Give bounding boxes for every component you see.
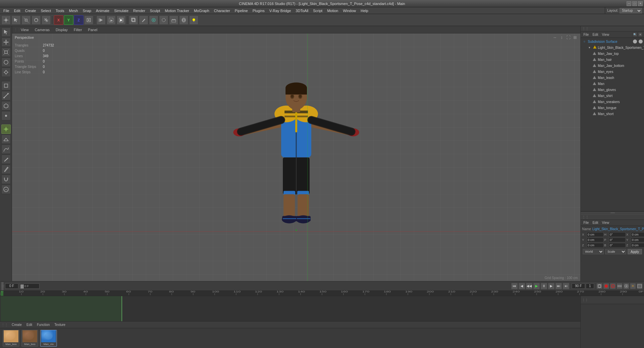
btn-record[interactable] — [603, 283, 609, 289]
mat-thumb-1[interactable]: Man_boo — [3, 330, 19, 347]
menu-snap[interactable]: Snap — [81, 8, 93, 13]
attr-mgr-menu-edit[interactable]: Edit — [591, 221, 599, 225]
viewport-menu-panel[interactable]: Panel — [87, 28, 99, 32]
sidebar-knife[interactable] — [1, 165, 11, 174]
btn-timeline-view[interactable] — [637, 283, 643, 289]
tool-cube[interactable] — [129, 15, 138, 25]
obj-mgr-menu-view[interactable]: View — [600, 32, 611, 37]
tree-item-tongue[interactable]: Man_tongue — [581, 105, 644, 111]
btn-play-reverse[interactable]: ◀◀ — [526, 283, 533, 289]
menu-help[interactable]: Help — [359, 8, 371, 13]
viewport-menu-filter[interactable]: Filter — [72, 28, 83, 32]
tree-item-eyes[interactable]: Man_eyes — [581, 69, 644, 75]
attr-x-input[interactable] — [587, 232, 603, 237]
menu-tools[interactable]: Tools — [54, 8, 66, 13]
timeline-drag-handle[interactable]: ⋮⋮ — [1, 282, 4, 290]
tool-axis-x[interactable]: X — [54, 15, 63, 25]
mat-menu-function[interactable]: Function — [36, 323, 51, 327]
tool-rotate[interactable] — [31, 15, 41, 25]
btn-ik[interactable]: IK — [630, 283, 636, 289]
mat-menu-texture[interactable]: Texture — [54, 323, 67, 327]
obj-mgr-menu-file[interactable]: File — [582, 32, 590, 37]
tool-axis-z[interactable]: Z — [74, 15, 83, 25]
tool-settings[interactable] — [179, 15, 188, 25]
mat-thumb-3[interactable]: Man_clo — [40, 330, 57, 347]
tool-object-mode[interactable] — [84, 15, 93, 25]
sidebar-move-tool[interactable] — [1, 37, 11, 47]
viewport[interactable]: Perspective Triangles 274732 Quads 0 Lin… — [12, 33, 580, 281]
tree-item-man[interactable]: Man — [581, 81, 644, 87]
sidebar-snap[interactable] — [1, 124, 11, 134]
close-button[interactable]: ✕ — [638, 1, 643, 6]
btn-start-frame[interactable]: ⏮ — [511, 283, 518, 289]
attr-h-input[interactable] — [609, 232, 626, 237]
viewport-icon-move[interactable]: ↔ — [552, 35, 558, 40]
menu-character[interactable]: Character — [212, 8, 232, 13]
viewport-icon-scale[interactable]: ↕ — [559, 35, 564, 40]
attr-mgr-menu-view[interactable]: View — [600, 221, 611, 225]
sidebar-transform-tool[interactable] — [1, 68, 11, 77]
attr-mgr-menu-file[interactable]: File — [582, 221, 590, 225]
tree-item-shirt[interactable]: Man_shirt — [581, 93, 644, 99]
menu-animate[interactable]: Animate — [94, 8, 111, 13]
tool-render-region[interactable] — [106, 15, 116, 25]
menu-create[interactable]: Create — [23, 8, 38, 13]
btn-powertracks[interactable] — [623, 283, 629, 289]
menu-sculpt[interactable]: Sculpt — [148, 8, 162, 13]
tree-item-hair[interactable]: Man_hair — [581, 57, 644, 63]
minimize-button[interactable]: ─ — [627, 1, 631, 6]
menu-edit[interactable]: Edit — [12, 8, 22, 13]
sidebar-select-tool[interactable] — [1, 27, 11, 37]
tool-pencil[interactable] — [139, 15, 148, 25]
maximize-button[interactable]: □ — [632, 1, 637, 6]
mat-menu-create[interactable]: Create — [11, 323, 23, 327]
attr-sx-input[interactable] — [631, 232, 644, 237]
attr-sz-input[interactable] — [631, 243, 644, 248]
tool-spline[interactable] — [159, 15, 168, 25]
attr-y-input[interactable] — [587, 238, 603, 242]
sidebar-scale-tool[interactable] — [1, 48, 11, 57]
tree-item-root-object[interactable]: ▼ Light_Skin_Black_Sportsmen_T_Po... — [581, 45, 644, 51]
attr-b-input[interactable] — [609, 243, 626, 248]
tree-item-short[interactable]: Man_short — [581, 111, 644, 117]
btn-record-auto[interactable]: A — [610, 283, 616, 289]
tool-render-preview[interactable] — [96, 15, 106, 25]
btn-prev-frame[interactable]: ◀ — [518, 283, 525, 289]
menu-render[interactable]: Render — [131, 8, 147, 13]
sidebar-magnet[interactable] — [1, 175, 11, 184]
scale-dropdown[interactable]: Scale — [605, 249, 626, 254]
tool-light[interactable] — [189, 15, 198, 25]
btn-next-frame[interactable]: ▶ — [548, 283, 555, 289]
timeline-tracks-area[interactable] — [0, 296, 580, 321]
tool-transform[interactable] — [42, 15, 51, 25]
apply-button[interactable]: Apply — [628, 249, 642, 254]
tree-vis-2[interactable] — [639, 39, 643, 44]
mat-thumb-2[interactable]: Man_boo — [21, 330, 38, 347]
viewport-icon-layout[interactable]: ⊞ — [572, 35, 578, 40]
btn-play-all[interactable]: ⏯ — [563, 283, 569, 289]
obj-mgr-layer-btn[interactable]: ≡ — [638, 32, 643, 37]
mat-menu-edit[interactable]: Edit — [25, 323, 33, 327]
menu-script[interactable]: Script — [311, 8, 324, 13]
tool-scale[interactable] — [21, 15, 31, 25]
obj-mgr-search-btn[interactable]: 🔍 — [633, 32, 637, 37]
menu-mesh[interactable]: Mesh — [67, 8, 80, 13]
menu-motion[interactable]: Motion — [325, 8, 340, 13]
attr-p-input[interactable] — [609, 238, 626, 242]
tree-item-subdivision-surface[interactable]: ○ Subdivision Surface — [581, 38, 644, 45]
sidebar-mode-object[interactable] — [1, 81, 11, 90]
menu-plugins[interactable]: Plugins — [250, 8, 266, 13]
viewport-menu-view[interactable]: View — [19, 28, 30, 32]
world-dropdown[interactable]: World Object — [583, 249, 604, 254]
sidebar-mode-edge[interactable] — [1, 91, 11, 100]
tool-render-active[interactable] — [116, 15, 126, 25]
layout-selector[interactable]: Startup Standard Animate — [620, 8, 642, 13]
tree-item-jaw-bottom[interactable]: Man_Jaw_bottom — [581, 63, 644, 69]
fps-input[interactable] — [586, 283, 594, 289]
menu-pipeline[interactable]: Pipeline — [233, 8, 250, 13]
tool-mode-move[interactable] — [1, 15, 11, 25]
menu-3dtoall[interactable]: 3DToAll — [294, 8, 310, 13]
viewport-menu-cameras[interactable]: Cameras — [33, 28, 51, 32]
btn-keyframe-mode[interactable] — [596, 283, 602, 289]
tree-item-leash[interactable]: Man_leash — [581, 75, 644, 81]
